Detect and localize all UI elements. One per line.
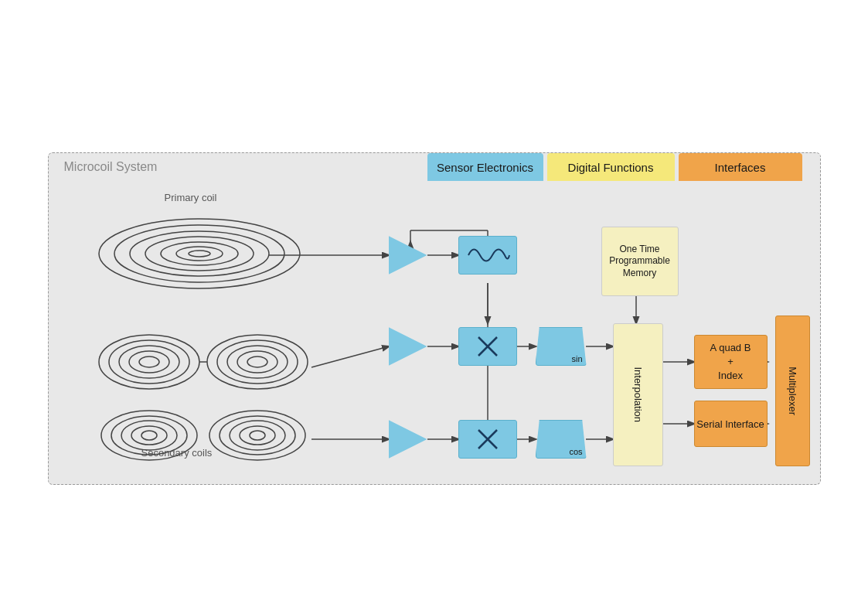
sensor-label: Sensor Electronics: [427, 153, 543, 181]
svg-point-3: [145, 237, 254, 271]
svg-point-24: [220, 416, 295, 455]
svg-point-5: [176, 247, 223, 261]
svg-point-7: [99, 335, 199, 389]
svg-line-29: [311, 346, 389, 367]
multiplexer-label: Multiplexer: [787, 367, 798, 415]
amplifier-2: [389, 327, 427, 366]
svg-point-23: [209, 411, 305, 460]
interpolation-label: Interpolation: [632, 367, 644, 423]
secondary-coil-top: [99, 335, 308, 389]
multiplier-2: [458, 420, 517, 459]
interpolation-block: Interpolation: [613, 323, 663, 466]
svg-point-20: [121, 421, 177, 450]
microcoil-label: Microcoil System: [56, 153, 311, 181]
svg-point-13: [217, 340, 298, 384]
svg-point-4: [161, 242, 238, 265]
aquadb-label: A quad B + Index: [710, 341, 751, 384]
diagram-wrapper: Microcoil System Sensor Electronics Digi…: [48, 121, 821, 493]
serial-block: Serial Interface: [694, 401, 768, 447]
sine-wave-box: [458, 236, 517, 275]
primary-coil-label: Primary coil: [165, 192, 217, 203]
sin-label: sin: [571, 354, 582, 363]
svg-point-1: [114, 225, 284, 282]
multiplier-1: [458, 327, 517, 366]
svg-point-9: [119, 346, 179, 378]
primary-coil: [99, 219, 300, 288]
cos-label: cos: [569, 447, 582, 456]
cos-filter: cos: [536, 420, 587, 459]
svg-point-16: [247, 356, 267, 367]
svg-point-25: [230, 421, 285, 450]
svg-point-14: [227, 346, 288, 378]
svg-point-0: [99, 219, 300, 288]
svg-point-2: [130, 231, 269, 276]
svg-point-8: [109, 340, 189, 384]
amplifier-1: [389, 236, 427, 275]
svg-point-10: [129, 351, 169, 373]
sin-filter: sin: [536, 327, 587, 366]
svg-point-21: [131, 426, 167, 445]
svg-point-12: [207, 335, 308, 389]
svg-point-27: [250, 431, 265, 440]
multiplexer-block: Multiplexer: [775, 316, 810, 466]
svg-point-11: [139, 356, 159, 367]
amplifier-3: [389, 420, 427, 459]
digital-label: Digital Functions: [547, 153, 675, 181]
otp-label: One Time Programmable Memory: [606, 244, 674, 280]
aquadb-block: A quad B + Index: [694, 335, 768, 389]
interfaces-label: Interfaces: [679, 153, 802, 181]
serial-label: Serial Interface: [696, 418, 764, 430]
svg-point-26: [240, 426, 275, 445]
otp-block: One Time Programmable Memory: [601, 227, 679, 296]
main-container: Microcoil System Sensor Electronics Digi…: [48, 152, 821, 485]
svg-point-6: [189, 251, 210, 257]
secondary-coils-label: Secondary coils: [141, 447, 213, 459]
svg-point-15: [237, 351, 277, 373]
svg-point-22: [141, 431, 157, 440]
